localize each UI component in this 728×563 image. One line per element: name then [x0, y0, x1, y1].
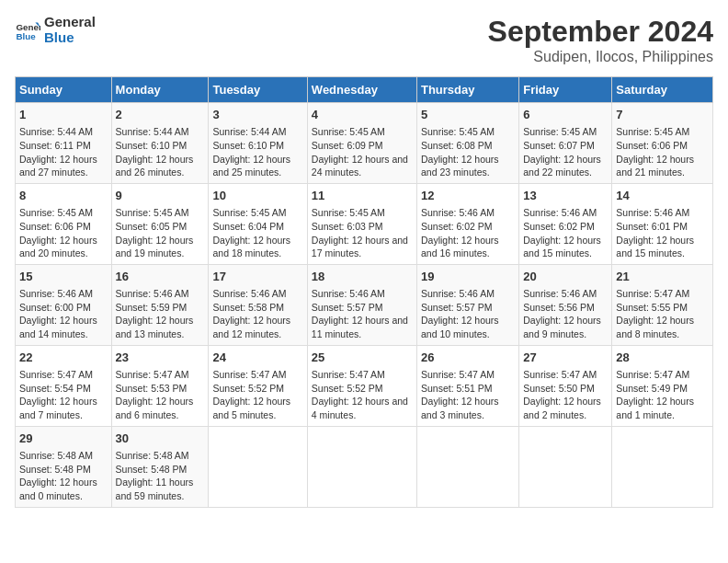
sunrise-text: Sunrise: 5:48 AM: [19, 450, 93, 461]
day-number: 12: [421, 188, 515, 204]
sunrise-text: Sunrise: 5:45 AM: [523, 126, 597, 137]
sunrise-text: Sunrise: 5:48 AM: [116, 450, 189, 461]
daylight-text: Daylight: 12 hours and 20 minutes.: [19, 235, 97, 259]
day-cell: 12Sunrise: 5:46 AMSunset: 6:02 PMDayligh…: [416, 183, 518, 264]
day-cell: [307, 426, 416, 507]
sunset-text: Sunset: 6:10 PM: [212, 140, 284, 151]
col-header-sunday: Sunday: [16, 77, 112, 103]
day-cell: 15Sunrise: 5:46 AMSunset: 6:00 PMDayligh…: [16, 264, 112, 345]
sunrise-text: Sunrise: 5:46 AM: [19, 288, 93, 299]
calendar-table: SundayMondayTuesdayWednesdayThursdayFrid…: [15, 76, 713, 508]
sunrise-text: Sunrise: 5:47 AM: [616, 288, 689, 299]
sunset-text: Sunset: 6:02 PM: [421, 221, 493, 232]
sunset-text: Sunset: 6:02 PM: [523, 221, 595, 232]
sunrise-text: Sunrise: 5:44 AM: [116, 126, 189, 137]
daylight-text: Daylight: 12 hours and 21 minutes.: [616, 154, 694, 178]
sunrise-text: Sunrise: 5:47 AM: [116, 369, 189, 380]
daylight-text: Daylight: 12 hours and 0 minutes.: [19, 477, 97, 501]
day-number: 17: [212, 269, 302, 285]
sunset-text: Sunset: 6:01 PM: [616, 221, 688, 232]
sunrise-text: Sunrise: 5:46 AM: [523, 288, 597, 299]
day-cell: 19Sunrise: 5:46 AMSunset: 5:57 PMDayligh…: [416, 264, 518, 345]
sunrise-text: Sunrise: 5:45 AM: [19, 207, 93, 218]
logo: General Blue General Blue: [15, 15, 96, 45]
sunrise-text: Sunrise: 5:46 AM: [116, 288, 189, 299]
day-cell: 26Sunrise: 5:47 AMSunset: 5:51 PMDayligh…: [416, 345, 518, 426]
sunset-text: Sunset: 6:05 PM: [116, 221, 188, 232]
sunrise-text: Sunrise: 5:45 AM: [312, 207, 385, 218]
header-row: SundayMondayTuesdayWednesdayThursdayFrid…: [16, 77, 713, 103]
day-number: 15: [19, 269, 108, 285]
week-row-5: 29Sunrise: 5:48 AMSunset: 5:48 PMDayligh…: [16, 426, 713, 507]
sunrise-text: Sunrise: 5:45 AM: [312, 126, 385, 137]
day-cell: 8Sunrise: 5:45 AMSunset: 6:06 PMDaylight…: [16, 183, 112, 264]
sunrise-text: Sunrise: 5:47 AM: [312, 369, 385, 380]
day-number: 6: [523, 107, 608, 123]
col-header-thursday: Thursday: [416, 77, 518, 103]
day-number: 3: [212, 107, 302, 123]
sunrise-text: Sunrise: 5:44 AM: [212, 126, 286, 137]
sunset-text: Sunset: 6:03 PM: [312, 221, 383, 232]
daylight-text: Daylight: 11 hours and 59 minutes.: [116, 477, 194, 501]
day-cell: 10Sunrise: 5:45 AMSunset: 6:04 PMDayligh…: [209, 183, 307, 264]
daylight-text: Daylight: 12 hours and 2 minutes.: [523, 396, 601, 420]
col-header-tuesday: Tuesday: [209, 77, 307, 103]
day-number: 19: [421, 269, 515, 285]
day-number: 16: [116, 269, 205, 285]
day-cell: 9Sunrise: 5:45 AMSunset: 6:05 PMDaylight…: [111, 183, 209, 264]
week-row-1: 1Sunrise: 5:44 AMSunset: 6:11 PMDaylight…: [16, 103, 713, 184]
daylight-text: Daylight: 12 hours and 14 minutes.: [19, 315, 97, 339]
sunset-text: Sunset: 6:07 PM: [523, 140, 595, 151]
daylight-text: Daylight: 12 hours and 6 minutes.: [116, 396, 194, 420]
day-cell: 18Sunrise: 5:46 AMSunset: 5:57 PMDayligh…: [307, 264, 416, 345]
logo-general: General: [44, 15, 96, 30]
day-number: 23: [116, 350, 205, 366]
day-cell: 28Sunrise: 5:47 AMSunset: 5:49 PMDayligh…: [612, 345, 713, 426]
day-number: 4: [312, 107, 413, 123]
sunset-text: Sunset: 5:56 PM: [523, 302, 595, 313]
sunset-text: Sunset: 6:11 PM: [19, 140, 91, 151]
day-cell: 30Sunrise: 5:48 AMSunset: 5:48 PMDayligh…: [111, 426, 209, 507]
day-cell: [416, 426, 518, 507]
sunrise-text: Sunrise: 5:47 AM: [19, 369, 93, 380]
daylight-text: Daylight: 12 hours and 8 minutes.: [616, 315, 694, 339]
day-number: 13: [523, 188, 608, 204]
daylight-text: Daylight: 12 hours and 22 minutes.: [523, 154, 601, 178]
sunset-text: Sunset: 5:48 PM: [116, 464, 188, 475]
week-row-4: 22Sunrise: 5:47 AMSunset: 5:54 PMDayligh…: [16, 345, 713, 426]
day-cell: [612, 426, 713, 507]
sunset-text: Sunset: 5:53 PM: [116, 383, 188, 394]
daylight-text: Daylight: 12 hours and 12 minutes.: [212, 315, 290, 339]
day-number: 26: [421, 350, 515, 366]
sunset-text: Sunset: 5:55 PM: [616, 302, 688, 313]
daylight-text: Daylight: 12 hours and 4 minutes.: [312, 396, 408, 420]
sunset-text: Sunset: 5:50 PM: [523, 383, 595, 394]
daylight-text: Daylight: 12 hours and 26 minutes.: [116, 154, 194, 178]
title-area: September 2024 Sudipen, Ilocos, Philippi…: [488, 15, 713, 65]
sunset-text: Sunset: 6:06 PM: [19, 221, 91, 232]
day-number: 29: [19, 431, 108, 447]
page-subtitle: Sudipen, Ilocos, Philippines: [488, 49, 713, 65]
sunrise-text: Sunrise: 5:47 AM: [523, 369, 597, 380]
sunset-text: Sunset: 6:00 PM: [19, 302, 91, 313]
day-number: 30: [116, 431, 205, 447]
day-number: 25: [312, 350, 413, 366]
col-header-wednesday: Wednesday: [307, 77, 416, 103]
day-number: 7: [616, 107, 709, 123]
sunrise-text: Sunrise: 5:46 AM: [212, 288, 286, 299]
sunrise-text: Sunrise: 5:45 AM: [116, 207, 189, 218]
sunset-text: Sunset: 5:52 PM: [212, 383, 284, 394]
sunrise-text: Sunrise: 5:46 AM: [421, 207, 495, 218]
daylight-text: Daylight: 12 hours and 17 minutes.: [312, 235, 408, 259]
day-number: 27: [523, 350, 608, 366]
sunset-text: Sunset: 6:10 PM: [116, 140, 188, 151]
header: General Blue General Blue September 2024…: [15, 15, 713, 65]
daylight-text: Daylight: 12 hours and 7 minutes.: [19, 396, 97, 420]
day-number: 11: [312, 188, 413, 204]
daylight-text: Daylight: 12 hours and 3 minutes.: [421, 396, 499, 420]
sunset-text: Sunset: 5:59 PM: [116, 302, 188, 313]
col-header-saturday: Saturday: [612, 77, 713, 103]
day-number: 28: [616, 350, 709, 366]
sunset-text: Sunset: 5:58 PM: [212, 302, 284, 313]
daylight-text: Daylight: 12 hours and 13 minutes.: [116, 315, 194, 339]
